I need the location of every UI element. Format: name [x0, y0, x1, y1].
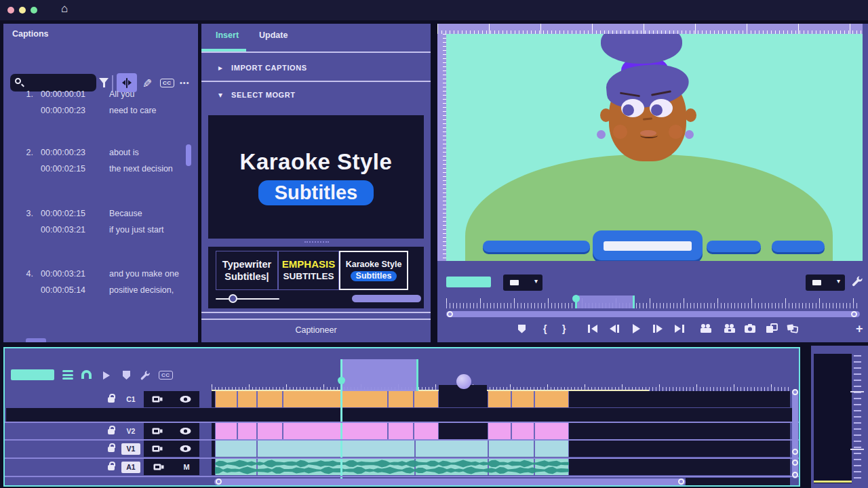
caption-row[interactable]: 3. 00:00:02:15 Because 00:00:03:21 if yo…: [20, 205, 164, 238]
monitor-time-ruler[interactable]: [446, 297, 860, 308]
step-back-button[interactable]: [610, 323, 619, 334]
cc-icon[interactable]: CC: [160, 79, 174, 87]
sync-lock-icon[interactable]: [152, 427, 163, 435]
lock-icon[interactable]: [108, 397, 115, 403]
mogrt-thumb-typewriter[interactable]: Typewriter Subtitles|: [216, 251, 278, 290]
timeline-clip-a1-3[interactable]: [488, 459, 534, 475]
add-button[interactable]: +: [856, 323, 863, 334]
lock-icon[interactable]: [108, 429, 115, 434]
timeline-clip-v1-4[interactable]: [534, 441, 569, 457]
lock-icon[interactable]: [108, 465, 115, 470]
mark-in-button[interactable]: {: [543, 323, 547, 334]
multicam-button[interactable]: [786, 323, 798, 333]
timeline-clip-c1-0[interactable]: [215, 391, 237, 407]
hscroll-handle[interactable]: [216, 479, 222, 485]
timeline-clip-v2-1[interactable]: [237, 423, 257, 439]
timeline-hscrollbar[interactable]: [214, 479, 686, 485]
sync-lock-icon[interactable]: [153, 463, 164, 471]
resolution-dropdown[interactable]: ▾: [806, 274, 845, 291]
monitor-range-out-marker[interactable]: [633, 296, 635, 308]
timeline-clip-c1-6[interactable]: [414, 391, 439, 407]
tab-update[interactable]: Update: [259, 30, 288, 40]
panel-grip-handle[interactable]: [304, 241, 329, 243]
lock-icon[interactable]: [108, 447, 115, 452]
eye-icon[interactable]: [180, 427, 191, 435]
mark-out-button[interactable]: }: [562, 323, 566, 334]
track-label[interactable]: C1: [121, 394, 140, 405]
timeline-clip-c1-1[interactable]: [237, 391, 257, 407]
caption-row[interactable]: 2. 00:00:00:23 about is 00:00:02:15 the …: [20, 144, 173, 177]
track-header-v2[interactable]: V2: [5, 423, 212, 439]
eye-icon[interactable]: [180, 395, 191, 403]
comparison-view-button[interactable]: [766, 323, 778, 333]
section-import-captions[interactable]: IMPORT CAPTIONS: [231, 64, 307, 72]
export-frame-button[interactable]: [744, 323, 756, 333]
step-forward-button[interactable]: [653, 323, 663, 334]
track-header-c1[interactable]: C1: [5, 391, 212, 407]
track-label-targeted[interactable]: V1: [121, 443, 140, 455]
timeline-clip-v2-7[interactable]: [488, 423, 511, 439]
vscroll-handle[interactable]: [792, 389, 798, 395]
settings-wrench-icon[interactable]: [850, 274, 864, 288]
timeline-clip-a1-2[interactable]: [415, 459, 488, 475]
filter-icon[interactable]: [99, 78, 108, 84]
out-point-marker[interactable]: [416, 359, 418, 391]
scrollbar-handle-right[interactable]: [851, 311, 857, 317]
timeline-clip-v2-6[interactable]: [414, 423, 439, 439]
track-label-targeted[interactable]: A1: [121, 462, 140, 473]
sequence-marker-ball[interactable]: [456, 374, 471, 389]
play-button[interactable]: [633, 323, 640, 334]
add-marker-button[interactable]: [518, 323, 526, 334]
extract-button[interactable]: [723, 323, 736, 333]
vscroll-handle[interactable]: [792, 449, 798, 455]
sync-lock-icon[interactable]: [152, 395, 163, 403]
go-to-in-button[interactable]: [588, 323, 597, 334]
timeline-clip-v1-3[interactable]: [488, 441, 534, 457]
fit-level-dropdown[interactable]: ▾: [503, 274, 542, 291]
timeline-clip-v2-4[interactable]: [342, 423, 388, 439]
timeline-clip-a1-4[interactable]: [534, 459, 569, 475]
timeline-clip-a1-1[interactable]: [257, 459, 415, 475]
lift-button[interactable]: [699, 323, 713, 333]
timeline-clip-a1-0[interactable]: [215, 459, 257, 475]
timeline-clip-c1-7[interactable]: [488, 391, 511, 407]
thumb-hscrollbar[interactable]: [352, 295, 421, 302]
mogrt-thumb-emphasis[interactable]: EMPHASIS SUBTITLES: [278, 251, 339, 290]
hscroll-handle[interactable]: [678, 479, 684, 485]
track-header-a1[interactable]: A1 M: [5, 459, 212, 475]
timeline-clip-v2-8[interactable]: [511, 423, 534, 439]
scrollbar-handle-left[interactable]: [447, 311, 453, 317]
timeline-clip-c1-8[interactable]: [511, 391, 534, 407]
captions-scrollbar[interactable]: [186, 144, 191, 166]
timeline-clip-v2-5[interactable]: [388, 423, 414, 439]
chevron-down-icon[interactable]: ▾: [218, 90, 222, 100]
track-height-handle[interactable]: [792, 460, 798, 466]
sync-lock-icon[interactable]: [152, 445, 163, 453]
mute-toggle[interactable]: M: [184, 463, 190, 471]
mogrt-thumb-karaoke-selected[interactable]: Karaoke Style Subtitles: [339, 251, 408, 290]
timeline-clip-v1-1[interactable]: [257, 441, 415, 457]
caption-row[interactable]: 4. 00:00:03:21 and you make one 00:00:05…: [20, 266, 179, 298]
track-height-handle[interactable]: [792, 472, 798, 478]
timeline-clip-c1-2[interactable]: [257, 391, 283, 407]
window-zoom-button[interactable]: [31, 7, 37, 14]
thumb-size-slider-knob[interactable]: [229, 294, 237, 303]
window-minimize-button[interactable]: [19, 7, 26, 14]
timeline-clip-v2-2[interactable]: [257, 423, 283, 439]
chevron-right-icon[interactable]: ▸: [218, 63, 222, 73]
go-to-out-button[interactable]: [675, 323, 684, 334]
timeline-clip-c1-9[interactable]: [534, 391, 569, 407]
timeline-clip-c1-5[interactable]: [388, 391, 414, 407]
thumbnail-size-large-button[interactable]: [26, 338, 46, 342]
timeline-clip-v1-2[interactable]: [415, 441, 488, 457]
more-options-icon[interactable]: •••: [180, 79, 190, 87]
timeline-clip-v2-0[interactable]: [215, 423, 237, 439]
section-select-mogrt[interactable]: SELECT MOGRT: [231, 91, 296, 99]
track-header-v1[interactable]: V1: [5, 441, 212, 457]
timeline-clip-v2-3[interactable]: [283, 423, 342, 439]
timeline-clip-c1-3[interactable]: [283, 391, 342, 407]
home-icon[interactable]: ⌂: [61, 2, 68, 16]
tab-insert[interactable]: Insert: [216, 30, 239, 40]
caption-row[interactable]: 1. 00:00:00:01 All you 00:00:00:23 need …: [20, 86, 157, 119]
eye-icon[interactable]: [180, 445, 191, 453]
